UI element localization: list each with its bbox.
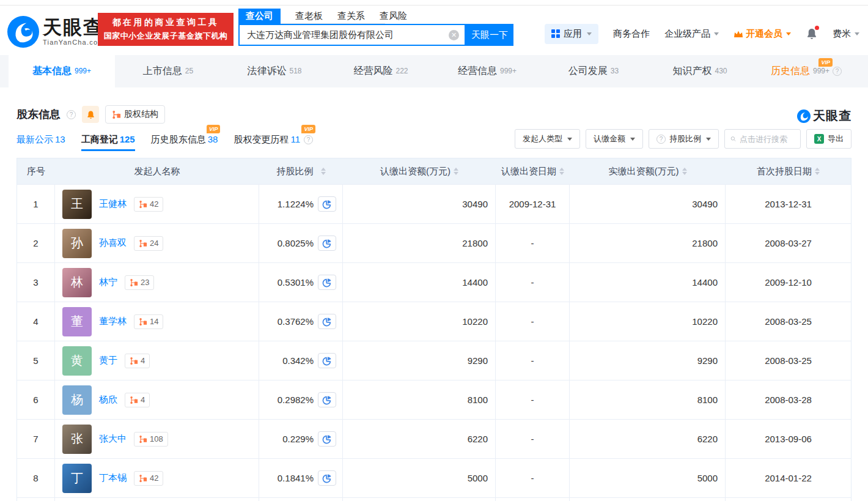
search-button[interactable]: 天眼一下 bbox=[466, 24, 513, 46]
table-row: 6 杨 杨欣 4 0.2982% bbox=[17, 380, 851, 419]
search-tab-company[interactable]: 查公司 bbox=[238, 9, 281, 24]
col-header-first-hold-date[interactable]: 首次持股日期 bbox=[726, 158, 851, 184]
shareholder-avatar[interactable]: 杨 bbox=[62, 385, 92, 415]
nav-business-cooperation[interactable]: 商务合作 bbox=[613, 28, 650, 40]
subscribed-amount-dropdown[interactable]: 认缴金额 bbox=[586, 129, 643, 149]
related-companies-badge[interactable]: 14 bbox=[134, 314, 163, 329]
related-companies-badge[interactable]: 108 bbox=[134, 432, 168, 447]
pie-chart-button[interactable] bbox=[318, 353, 336, 368]
tab-company-development[interactable]: 公司发展 33 bbox=[540, 55, 647, 87]
company-search-input[interactable] bbox=[240, 25, 465, 45]
tianyancha-swirl-icon bbox=[7, 16, 39, 48]
tab-business-info[interactable]: 经营信息 999+ bbox=[434, 55, 540, 87]
tab-label: 上市信息 bbox=[143, 65, 182, 78]
subtab-label: 最新公示 bbox=[17, 134, 53, 146]
col-header-subscribed-date[interactable]: 认缴出资日期 bbox=[496, 158, 570, 184]
shareholder-name-link[interactable]: 林宁 bbox=[99, 276, 117, 288]
sort-icon[interactable] bbox=[321, 168, 326, 175]
shareholder-name-link[interactable]: 孙喜双 bbox=[99, 237, 127, 249]
pie-chart-button[interactable] bbox=[318, 196, 336, 212]
cell-paid-amount: 21800 bbox=[570, 224, 726, 262]
badge-count: 23 bbox=[141, 278, 149, 287]
section-header: 股东信息 ? 股权结构 bbox=[17, 105, 165, 124]
export-button[interactable]: X 导出 bbox=[806, 129, 851, 149]
col-header-subscribed-amount[interactable]: 认缴出资额(万元) bbox=[343, 158, 496, 184]
search-tab-relation[interactable]: 查关系 bbox=[337, 9, 365, 24]
col-header-paid-amount[interactable]: 实缴出资额(万元) bbox=[570, 158, 726, 184]
pie-chart-button[interactable] bbox=[318, 392, 336, 407]
sort-icon[interactable] bbox=[682, 168, 687, 175]
shareholder-avatar[interactable]: 林 bbox=[62, 268, 92, 297]
search-tab-boss[interactable]: 查老板 bbox=[295, 9, 323, 24]
pie-chart-button[interactable] bbox=[318, 314, 336, 329]
subtab-latest-announcement[interactable]: 最新公示 13 bbox=[17, 134, 65, 146]
nav-enterprise-products[interactable]: 企业级产品 bbox=[664, 28, 719, 40]
search-tab-risk[interactable]: 查风险 bbox=[380, 9, 407, 24]
subscribed-amount-value: 9290 bbox=[468, 355, 488, 366]
tab-history-info[interactable]: VIP 历史信息 999+ ? bbox=[753, 55, 859, 87]
shareholder-name-link[interactable]: 张大中 bbox=[99, 433, 127, 445]
subtab-equity-change-history[interactable]: VIP 股权变更历程 11 ? bbox=[234, 134, 313, 146]
tab-basic-info[interactable]: 基本信息 999+ bbox=[9, 55, 115, 87]
notification-dot bbox=[815, 26, 819, 30]
table-search-box[interactable] bbox=[724, 129, 801, 149]
clear-search-icon[interactable]: ✕ bbox=[449, 30, 459, 40]
shareholder-name-link[interactable]: 黄于 bbox=[99, 355, 117, 366]
col-header-share-ratio[interactable]: 持股比例 bbox=[259, 158, 343, 184]
subscribed-date-value: - bbox=[531, 434, 534, 444]
pie-chart-button[interactable] bbox=[318, 275, 336, 290]
related-companies-badge[interactable]: 4 bbox=[125, 354, 150, 368]
user-menu[interactable]: 费米 bbox=[833, 28, 859, 40]
help-icon[interactable]: ? bbox=[833, 67, 842, 76]
related-companies-badge[interactable]: 23 bbox=[125, 275, 154, 290]
related-companies-badge[interactable]: 42 bbox=[134, 197, 163, 212]
tab-listing-info[interactable]: 上市信息 25 bbox=[115, 55, 221, 87]
share-ratio-dropdown[interactable]: ? 持股比例 bbox=[649, 129, 719, 149]
subtab-business-registration[interactable]: 工商登记 125 bbox=[81, 134, 135, 146]
table-filters: 发起人类型 认缴金额 ? 持股比例 X 导出 bbox=[515, 129, 851, 149]
promoter-type-dropdown[interactable]: 发起人类型 bbox=[515, 129, 580, 149]
excel-icon: X bbox=[814, 134, 824, 144]
help-icon[interactable]: ? bbox=[67, 110, 76, 119]
notifications-bell[interactable] bbox=[806, 28, 818, 40]
tab-intellectual-property[interactable]: 知识产权 430 bbox=[647, 55, 753, 87]
tab-legal-litigation[interactable]: 法律诉讼 518 bbox=[221, 55, 328, 87]
shareholder-avatar[interactable]: 黄 bbox=[62, 346, 92, 376]
cell-paid-amount: 6220 bbox=[570, 420, 726, 458]
paid-amount-value: 5000 bbox=[697, 473, 718, 483]
shareholder-avatar[interactable]: 张 bbox=[62, 425, 92, 454]
help-icon[interactable]: ? bbox=[304, 135, 313, 144]
shareholder-avatar[interactable]: 王 bbox=[62, 190, 92, 219]
pie-chart-icon bbox=[322, 199, 332, 209]
cell-share-ratio: 0.5301% bbox=[259, 263, 343, 302]
related-companies-badge[interactable]: 42 bbox=[134, 471, 163, 486]
pie-chart-button[interactable] bbox=[318, 470, 336, 486]
subtab-history-shareholders[interactable]: VIP 历史股东信息 38 bbox=[151, 134, 218, 146]
tianyancha-logo[interactable]: 天眼查 TianYanCha.com bbox=[7, 16, 105, 48]
shareholder-name-link[interactable]: 董学林 bbox=[99, 316, 127, 327]
sort-icon[interactable] bbox=[559, 168, 564, 175]
pie-chart-button[interactable] bbox=[318, 431, 336, 447]
tab-business-risk[interactable]: 经营风险 222 bbox=[328, 55, 434, 87]
shareholder-avatar[interactable]: 董 bbox=[62, 307, 92, 336]
share-ratio-value: 0.3762% bbox=[278, 316, 314, 327]
pie-chart-button[interactable] bbox=[318, 236, 336, 251]
chevron-down-icon bbox=[786, 32, 791, 35]
shareholder-avatar[interactable]: 孙 bbox=[62, 229, 92, 258]
shareholder-name-link[interactable]: 王健林 bbox=[99, 198, 127, 210]
shareholder-name-link[interactable]: 丁本锡 bbox=[99, 472, 127, 484]
cell-promoter: 黄 黄于 4 bbox=[55, 341, 259, 380]
related-companies-badge[interactable]: 24 bbox=[134, 236, 163, 251]
sort-icon[interactable] bbox=[454, 168, 458, 175]
subscribe-bell-button[interactable] bbox=[82, 106, 99, 123]
nav-open-vip[interactable]: 开通会员 bbox=[734, 28, 791, 40]
shareholder-avatar[interactable]: 丁 bbox=[62, 464, 92, 493]
sort-icon[interactable] bbox=[815, 168, 820, 175]
cell-promoter: 孙 孙喜双 24 bbox=[55, 224, 259, 262]
cell-subscribed-date: - bbox=[496, 302, 570, 341]
apps-menu[interactable]: 应用 bbox=[545, 24, 598, 44]
equity-structure-button[interactable]: 股权结构 bbox=[105, 105, 165, 124]
table-search-input[interactable] bbox=[740, 135, 795, 144]
related-companies-badge[interactable]: 4 bbox=[125, 393, 150, 407]
shareholder-name-link[interactable]: 杨欣 bbox=[99, 394, 117, 406]
